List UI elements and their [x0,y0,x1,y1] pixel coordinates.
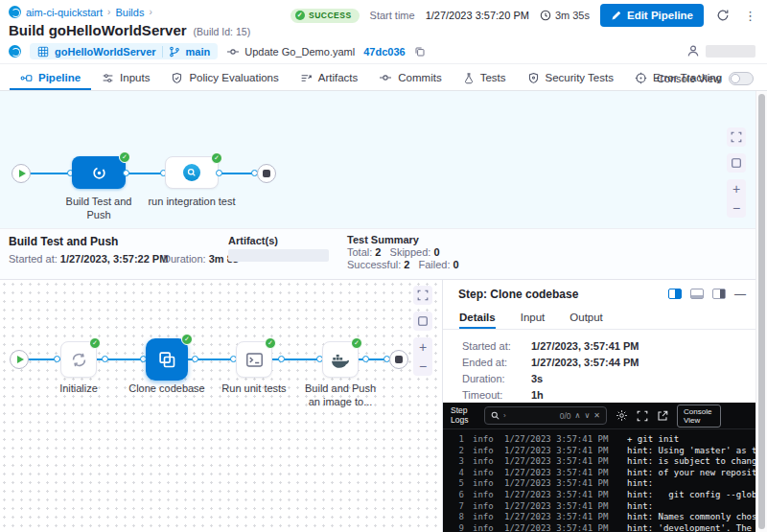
stage-label[interactable]: run integration test [146,195,238,208]
repo-name: goHelloWorldServer [55,46,156,58]
stage-node-build-test-and-push[interactable]: ✓ [72,156,126,189]
commit-hash-link[interactable]: 47dc036 [363,46,405,58]
tab-inputs[interactable]: Inputs [91,65,160,90]
success-check-badge: ✓ [211,152,222,164]
more-options-button[interactable]: ⋮ [742,7,758,25]
title-row: Build goHelloWorldServer (Build Id: 15) [9,22,250,38]
bottom-view-icon[interactable] [690,289,704,299]
log-time: 1/27/2023 3:57:41 PM [504,456,616,468]
zoom-out-button[interactable]: − [413,357,432,376]
grid-icon [37,46,49,58]
stage-info-title: Build Test and Push [9,235,118,248]
clock-icon [540,10,551,21]
step-panel-title: Step: Clone codebase [458,288,578,301]
log-fullscreen-button[interactable] [637,410,648,422]
breadcrumb-project[interactable]: aim-ci-quickstart [26,7,103,18]
log-settings-button[interactable] [616,409,628,422]
stage-end-node[interactable] [389,350,408,369]
log-num: 4 [451,468,464,479]
test-summary-line2: Successful: 2 Failed: 0 [347,259,459,270]
step-node-build-and-push[interactable]: ✓ [322,341,359,378]
stage-start-node[interactable] [10,350,29,369]
step-label[interactable]: Run unit tests [208,382,300,395]
search-next-icon[interactable]: ∨ [584,411,590,420]
branch-name: main [186,46,211,58]
tab-details[interactable]: Details [459,312,496,329]
right-view-icon[interactable] [712,289,726,299]
success-check-badge: ✓ [119,151,130,163]
step-label[interactable]: Initialize [33,382,125,395]
stage-graph-canvas[interactable]: ✓ ✓ Build Test and Push run integration … [0,91,767,228]
console-view-toggle[interactable] [729,72,754,85]
stage-canvas-controls: + − [727,127,746,218]
step-canvas-controls: + − [413,286,432,376]
open-external-button[interactable] [657,410,668,422]
stop-icon [395,356,403,363]
tab-security-tests[interactable]: Security Tests [517,65,624,90]
fullscreen-icon [417,289,429,301]
step-node-run-unit-tests[interactable]: ✓ [236,341,272,378]
search-close-icon[interactable]: ✕ [593,411,600,420]
detail-row-duration: Duration: 3s [462,370,639,386]
expand-canvas-button[interactable] [727,127,746,147]
log-msg: hint: of your new repositories, which w [627,468,755,479]
stage-label[interactable]: Build Test and Push [53,195,145,221]
step-graph-canvas[interactable]: ✓ ✓ ✓ ✓ Initialize Clone codebase Run un… [0,280,443,532]
stage-info-bar: Build Test and Push Started at: 1/27/202… [0,228,767,280]
log-search-input[interactable]: › 0/0 ∧ ∨ ✕ [484,406,607,425]
tab-pipeline[interactable]: Pipeline [10,65,91,90]
copy-icon[interactable] [414,46,426,58]
minimize-icon[interactable]: — [734,289,746,299]
pipeline-end-node[interactable] [257,164,276,183]
step-label[interactable]: Clone codebase [121,382,213,395]
zoom-in-button[interactable]: + [727,179,746,198]
user-icon[interactable] [686,44,700,58]
fullscreen-icon [637,410,648,422]
repo-branch-pill[interactable]: goHelloWorldServer main [30,43,218,59]
commit-icon [226,46,240,58]
log-msg: hint: Names commonly chosen instead of [627,512,755,523]
pipeline-start-node[interactable] [12,164,31,183]
step-node-initialize[interactable]: ✓ [60,341,97,378]
split-view-icon[interactable] [668,289,682,299]
stage-node-run-integration-test[interactable]: ✓ [165,156,219,189]
tab-tests[interactable]: Tests [453,65,517,90]
log-time: 1/27/2023 3:57:41 PM [504,512,616,523]
step-label[interactable]: Build and Push an image to... [294,382,386,408]
log-msg: hint: git config --global init.defaul [627,490,755,501]
console-view-button[interactable]: Console View [677,405,721,428]
tab-commits[interactable]: Commits [368,65,452,90]
fit-to-view-button[interactable] [727,153,746,173]
terminal-icon [245,352,264,368]
log-msg: hint: Using 'master' as the name for th [627,446,755,457]
log-lines: 1info1/27/2023 3:57:41 PM+ git init2info… [443,429,755,532]
scrollbar-thumb[interactable] [758,94,765,529]
fullscreen-icon [731,131,742,143]
log-level: info [473,478,496,490]
console-view-label: Console View [657,73,721,84]
log-line: 5info1/27/2023 3:57:41 PMhint: [451,478,755,490]
refresh-button[interactable] [714,7,732,24]
tab-input[interactable]: Input [521,312,546,329]
expand-canvas-button[interactable] [413,286,432,305]
search-prev-icon[interactable]: ∧ [575,411,581,420]
fit-to-view-button[interactable] [413,312,432,331]
tab-output[interactable]: Output [569,312,603,329]
zoom-out-button[interactable]: − [727,198,746,218]
edit-pipeline-button[interactable]: Edit Pipeline [600,4,704,27]
step-node-clone-codebase[interactable]: ✓ [146,338,188,381]
log-num: 7 [451,501,464,513]
log-level: info [473,468,496,479]
lower-section: ✓ ✓ ✓ ✓ Initialize Clone codebase Run un… [0,280,767,532]
zoom-in-button[interactable]: + [413,337,432,357]
log-time: 1/27/2023 3:57:41 PM [504,434,616,446]
policy-shield-icon [171,72,183,84]
toggle-knob [731,74,740,83]
start-time-label: Start time [370,10,415,21]
tab-policy-evaluations[interactable]: Policy Evaluations [160,65,289,90]
docker-icon [331,352,350,368]
tab-artifacts[interactable]: Artifacts [290,65,369,90]
breadcrumb-builds[interactable]: Builds [115,7,144,18]
log-num: 6 [451,490,464,501]
connector-dot [216,170,222,176]
